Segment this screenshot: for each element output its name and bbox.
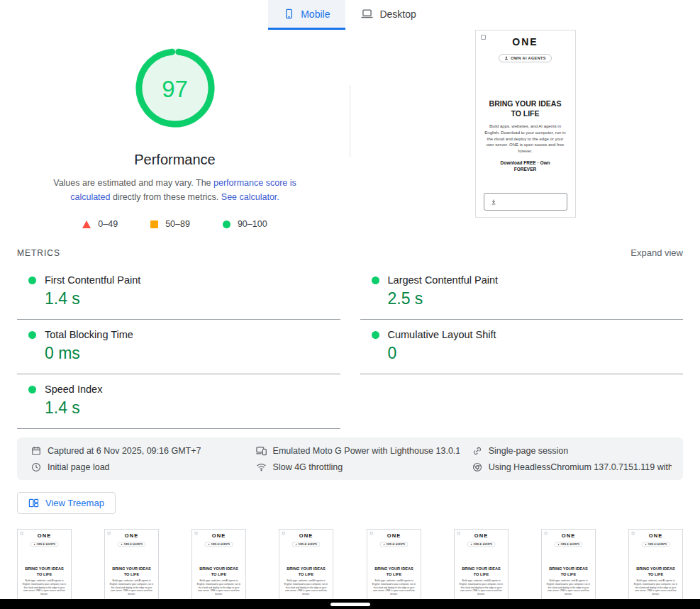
preview-body: Build apps, websites, and AI agents in E… [22,579,67,596]
preview-heading: BRING YOUR IDEAS TO LIFE [287,566,326,577]
preview-badge-label: OWN AI AGENTS [386,543,405,545]
preview-heading: BRING YOUR IDEAS TO LIFE [199,566,238,577]
metrics-header: METRICS Expand view [17,247,683,258]
metric-cumulative-layout-shift: Cumulative Layout Shift 0 [360,320,684,374]
scroll-handle[interactable] [330,603,370,606]
preview-badge: OWN AI AGENTS [467,542,495,547]
view-treemap-label: View Treemap [45,498,104,508]
device-tabbar: Mobile Desktop [0,0,700,30]
preview-menu-icon [481,35,486,40]
preview-heading: BRING YOUR IDEAS TO LIFE [374,566,413,577]
filmstrip-thumbnail: ONE OWN AI AGENTS BRING YOUR IDEAS TO LI… [367,529,421,609]
env-device: Emulated Moto G Power with Lighthouse 13… [256,445,460,456]
env-session-text[interactable]: Single-page session [489,446,569,456]
preview-badge: OWN AI AGENTS [205,542,233,547]
see-calculator-link[interactable]: See calculator. [221,192,279,202]
preview-body: Build apps, websites, and AI agents in E… [284,579,328,596]
preview-page: ONE OWN AI AGENTS BRING YOUR IDEAS TO LI… [192,530,245,609]
performance-summary: 97 Performance Values are estimated and … [0,30,700,229]
preview-badge-label: OWN AI AGENTS [511,56,546,60]
laptop-icon [361,9,373,18]
legend-average-range: 50–89 [165,219,190,229]
preview-logo: ONE [542,530,595,539]
metric-value: 0 [388,344,684,363]
preview-badge: OWN AI AGENTS [641,542,670,547]
metrics-grid: First Contentful Paint 1.4 s Largest Con… [17,265,683,429]
preview-heading: BRING YOUR IDEAS TO LIFE [489,99,562,118]
metric-first-contentful-paint: First Contentful Paint 1.4 s [17,265,340,320]
preview-page: ONE OWN AI AGENTS BRING YOUR IDEAS TO LI… [105,530,158,609]
fail-triangle-icon [82,220,91,228]
preview-page: ONE OWN AI AGENTS BRING YOUR IDEAS TO LI… [18,530,71,609]
env-throttling-text[interactable]: Slow 4G throttling [273,462,343,472]
performance-score: 97 [134,47,216,132]
preview-logo: ONE [279,530,333,539]
preview-badge-label: OWN AI AGENTS [560,543,579,545]
filmstrip-thumbnail: ONE OWN AI AGENTS BRING YOUR IDEAS TO LI… [17,529,72,609]
preview-download-button [484,193,567,211]
clock-icon [31,462,41,472]
metric-value: 2.5 s [388,289,684,308]
bottom-bar [0,599,700,609]
preview-heading: BRING YOUR IDEAS TO LIFE [636,566,675,577]
legend-pass-range: 90–100 [238,219,267,229]
preview-menu-icon [632,532,635,535]
filmstrip-thumbnail: ONE OWN AI AGENTS BRING YOUR IDEAS TO LI… [104,529,159,609]
legend-pass: 90–100 [223,219,267,229]
download-icon [491,199,496,205]
metric-pass-dot-icon [28,276,36,284]
agent-icon [470,543,472,545]
preview-heading: BRING YOUR IDEAS TO LIFE [25,566,64,577]
filmstrip-thumbnail: ONE OWN AI AGENTS BRING YOUR IDEAS TO LI… [279,529,333,609]
network-icon [256,462,267,472]
preview-body: Build apps, websites, and AI agents in E… [109,579,154,596]
preview-logo: ONE [476,30,575,48]
filmstrip-thumbnail: ONE OWN AI AGENTS BRING YOUR IDEAS TO LI… [454,529,509,609]
agent-icon [557,543,560,545]
screenshot-column: ONE OWN AI AGENTS BRING YOUR IDEAS TO LI… [350,30,700,229]
preview-body: Build apps, websites, and AI agents in E… [546,579,591,596]
metric-pass-dot-icon [372,331,379,339]
score-column: 97 Performance Values are estimated and … [0,30,350,229]
preview-logo: ONE [367,530,421,539]
tab-desktop[interactable]: Desktop [345,0,431,30]
tab-desktop-label: Desktop [379,9,416,20]
legend-fail-range: 0–49 [98,219,118,229]
tab-mobile[interactable]: Mobile [268,0,345,30]
preview-page: ONE OWN AI AGENTS BRING YOUR IDEAS TO LI… [629,530,682,609]
preview-body: Build apps, websites, and AI agents in E… [484,123,567,154]
treemap-icon [28,498,39,508]
metric-pass-dot-icon [28,331,36,339]
metric-value: 1.4 s [45,289,340,308]
legend-average: 50–89 [150,219,190,229]
filmstrip-thumbnail: ONE OWN AI AGENTS BRING YOUR IDEAS TO LI… [628,529,683,609]
preview-logo: ONE [629,530,682,539]
performance-gauge[interactable]: 97 [134,47,216,132]
environment-box: Captured at 6 Nov 2025, 09:16 GMT+7 Emul… [17,437,683,480]
metric-total-blocking-time: Total Blocking Time 0 ms [17,320,340,374]
env-chrome-text[interactable]: Using HeadlessChromium 137.0.7151.119 wi… [489,462,672,472]
view-treemap-button[interactable]: View Treemap [17,492,116,514]
preview-menu-icon [21,532,23,535]
preview-badge: OWN AI AGENTS [292,542,321,547]
metric-value: 0 ms [45,344,340,363]
agent-icon [645,543,647,545]
env-load-text: Initial page load [48,462,110,472]
metric-empty-cell [360,374,684,429]
preview-logo: ONE [455,530,508,539]
preview-page: ONE OWN AI AGENTS BRING YOUR IDEAS TO LI… [455,530,508,609]
preview-heading: BRING YOUR IDEAS TO LIFE [112,566,151,577]
final-screenshot: ONE OWN AI AGENTS BRING YOUR IDEAS TO LI… [475,30,576,218]
legend-fail: 0–49 [82,219,118,229]
expand-view-button[interactable]: Expand view [630,247,683,258]
preview-badge: OWN AI AGENTS [379,542,408,547]
env-session: Single-page session [472,445,672,456]
env-device-text[interactable]: Emulated Moto G Power with Lighthouse 13… [273,446,460,456]
env-throttling: Slow 4G throttling [256,462,460,472]
metric-pass-dot-icon [28,386,36,393]
preview-badge-label: OWN AI AGENTS [299,543,318,545]
preview-page: ONE OWN AI AGENTS BRING YOUR IDEAS TO LI… [476,30,575,217]
metric-largest-contentful-paint: Largest Contentful Paint 2.5 s [360,265,684,320]
metric-name: First Contentful Paint [45,274,140,286]
preview-badge-label: OWN AI AGENTS [473,543,492,545]
